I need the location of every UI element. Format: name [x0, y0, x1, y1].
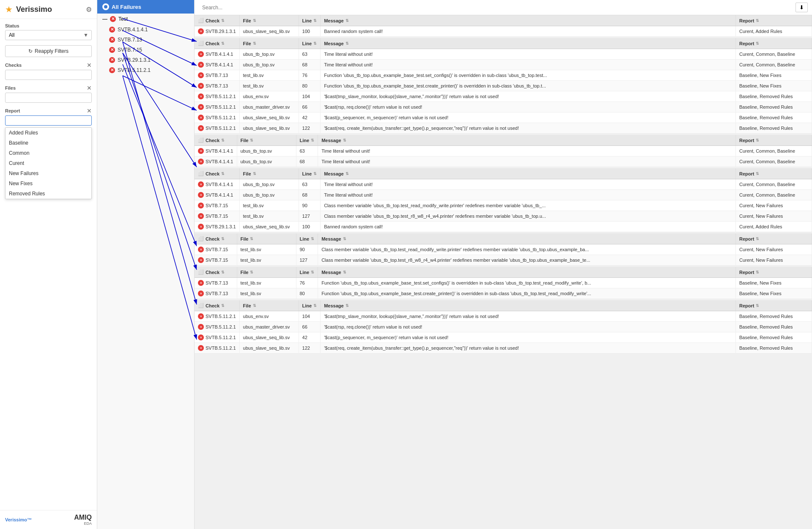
table-row[interactable]: SVTB.5.11.2.1 ubus_env.sv 104 '$cast(tmp… [195, 311, 812, 322]
download-button[interactable]: ⬇ [796, 3, 808, 12]
col-header-check[interactable]: ⬜ Check ⇅ [195, 38, 239, 49]
table-row[interactable]: SVTB.4.1.4.1 ubus_tb_top.sv 68 Time lite… [195, 190, 812, 200]
report-option-new-fixes[interactable]: New Fixes [5, 178, 91, 189]
tree-leaf-svtb29131[interactable]: ✕ SVTB.29.1.3.1 [97, 55, 194, 65]
col-header-file[interactable]: File ⇅ [237, 267, 296, 278]
table-row[interactable]: SVTB.7.15 test_lib.sv 90 Class member va… [195, 200, 812, 211]
table-row[interactable]: SVTB.7.13 test_lib.sv 76 Function 'ubus_… [195, 70, 812, 81]
table-row[interactable]: SVTB.5.11.2.1 ubus_master_driver.sv 66 '… [195, 102, 812, 112]
table-row[interactable]: SVTB.4.1.4.1 ubus_tb_top.sv 63 Time lite… [195, 179, 812, 190]
cell-report: Baseline, Removed Rules [736, 332, 812, 343]
table-row[interactable]: SVTB.5.11.2.1 ubus_slave_seq_lib.sv 122 … [195, 343, 812, 354]
status-select[interactable]: All Pass Fail [5, 30, 92, 40]
col-header-file[interactable]: File ⇅ [239, 15, 299, 26]
tree-leaf-svtb5112[interactable]: ✕ SVTB.5.11.2.1 [97, 65, 194, 75]
tree-all-failures[interactable]: All Failures [97, 0, 194, 14]
tree-leaf-svtb715[interactable]: ✕ SVTB.7.15 [97, 45, 194, 55]
table-row[interactable]: SVTB.5.11.2.1 ubus_slave_seq_lib.sv 42 '… [195, 112, 812, 123]
col-header-message[interactable]: Message ⇅ [318, 135, 736, 146]
col-header-line[interactable]: Line ⇅ [299, 38, 321, 49]
cell-message: '$cast(tmp_slave_monitor, lookup({slave_… [321, 311, 736, 322]
table-row[interactable]: SVTB.5.11.2.1 ubus_master_driver.sv 66 '… [195, 322, 812, 332]
checks-clear-icon[interactable]: ✕ [87, 62, 92, 68]
tree-leaf-svtb4141[interactable]: ✕ SVTB.4.1.4.1 [97, 25, 194, 35]
table-row[interactable]: SVTB.5.11.2.1 ubus_slave_seq_lib.sv 122 … [195, 123, 812, 134]
table-row[interactable]: SVTB.4.1.4.1 ubus_tb_top.sv 68 Time lite… [195, 156, 812, 167]
sort-icon: ⇅ [253, 19, 256, 23]
col-header-message[interactable]: Message ⇅ [321, 300, 736, 311]
tables-container[interactable]: ⬜ Check ⇅ File ⇅ Line ⇅ Message ⇅ Report… [195, 15, 812, 529]
cell-line: 122 [299, 123, 321, 134]
col-header-check[interactable]: ⬜ Check ⇅ [195, 300, 239, 311]
cell-line: 68 [296, 156, 318, 167]
footer-brand: Verissimo™ [5, 517, 32, 522]
report-clear-icon[interactable]: ✕ [87, 108, 92, 114]
col-header-report[interactable]: Report ⇅ [736, 135, 812, 146]
col-header-report[interactable]: Report ⇅ [736, 15, 812, 26]
files-input[interactable] [5, 93, 92, 103]
cell-line: 80 [299, 81, 321, 91]
checks-input[interactable] [5, 70, 92, 80]
col-header-message[interactable]: Message ⇅ [318, 233, 736, 244]
download-icon: ⬇ [799, 4, 804, 11]
report-option-new-failures[interactable]: New Failures [5, 168, 91, 178]
col-header-file[interactable]: File ⇅ [239, 38, 299, 49]
col-header-check[interactable]: ⬜ Check ⇅ [195, 15, 239, 26]
col-header-line[interactable]: Line ⇅ [296, 267, 318, 278]
table-row[interactable]: SVTB.7.13 test_lib.sv 80 Function 'ubus_… [195, 288, 812, 299]
sort-icon: ⇅ [221, 19, 225, 23]
cell-file: test_lib.sv [239, 211, 299, 222]
tree-leaf-svtb713[interactable]: ✕ SVTB.7.13 [97, 35, 194, 45]
table-row[interactable]: SVTB.4.1.4.1 ubus_tb_top.sv 63 Time lite… [195, 146, 812, 156]
table-row[interactable]: SVTB.5.11.2.1 ubus_env.sv 104 '$cast(tmp… [195, 91, 812, 102]
table-row[interactable]: SVTB.29.1.3.1 ubus_slave_seq_lib.sv 100 … [195, 222, 812, 232]
col-header-check[interactable]: ⬜ Check ⇅ [195, 168, 239, 179]
col-header-file[interactable]: File ⇅ [239, 300, 299, 311]
col-header-report[interactable]: Report ⇅ [736, 38, 812, 49]
report-option-curent[interactable]: Curent [5, 158, 91, 168]
col-header-report[interactable]: Report ⇅ [736, 267, 812, 278]
col-header-line[interactable]: Line ⇅ [299, 168, 321, 179]
table-row[interactable]: SVTB.7.13 test_lib.sv 80 Function 'ubus_… [195, 81, 812, 91]
settings-icon[interactable]: ⚙ [86, 5, 92, 14]
col-header-report[interactable]: Report ⇅ [736, 168, 812, 179]
report-option-removed-rules[interactable]: Removed Rules [5, 189, 91, 199]
col-header-check[interactable]: ⬜ Check ⇅ [195, 135, 237, 146]
col-header-line[interactable]: Line ⇅ [296, 135, 318, 146]
table-row[interactable]: SVTB.4.1.4.1 ubus_tb_top.sv 68 Time lite… [195, 60, 812, 70]
col-header-line[interactable]: Line ⇅ [299, 15, 321, 26]
col-header-message[interactable]: Message ⇅ [318, 267, 736, 278]
report-input[interactable] [5, 115, 92, 126]
report-option-baseline[interactable]: Baseline [5, 138, 91, 148]
search-input[interactable] [199, 3, 796, 12]
data-table-2: ⬜ Check ⇅ File ⇅ Line ⇅ Message ⇅ Report… [195, 38, 812, 134]
table-row[interactable]: SVTB.4.1.4.1 ubus_tb_top.sv 63 Time lite… [195, 49, 812, 60]
col-header-line[interactable]: Line ⇅ [296, 233, 318, 244]
report-option-added-rules[interactable]: Added Rules [5, 128, 91, 138]
col-header-check[interactable]: ⬜ Check ⇅ [195, 233, 237, 244]
col-header-file[interactable]: File ⇅ [239, 168, 299, 179]
table-row[interactable]: SVTB.7.15 test_lib.sv 127 Class member v… [195, 211, 812, 222]
table-row[interactable]: SVTB.7.15 test_lib.sv 127 Class member v… [195, 255, 812, 266]
table-row[interactable]: SVTB.5.11.2.1 ubus_slave_seq_lib.sv 42 '… [195, 332, 812, 343]
cell-report: Curent, Common, Baseline [736, 190, 812, 200]
col-header-line[interactable]: Line ⇅ [299, 300, 321, 311]
table-row[interactable]: SVTB.7.15 test_lib.sv 90 Class member va… [195, 244, 812, 255]
tree-group-test-header[interactable]: — ✕ Test [97, 14, 194, 25]
col-header-message[interactable]: Message ⇅ [321, 168, 736, 179]
report-option-common[interactable]: Common [5, 148, 91, 158]
cell-file: test_lib.sv [239, 81, 299, 91]
table-row[interactable]: SVTB.29.1.3.1 ubus_slave_seq_lib.sv 100 … [195, 26, 812, 37]
col-header-file[interactable]: File ⇅ [237, 233, 296, 244]
cell-file: ubus_tb_top.sv [239, 60, 299, 70]
col-header-message[interactable]: Message ⇅ [321, 38, 736, 49]
reapply-filters-button[interactable]: ↻ Reapply Filters [5, 45, 92, 57]
files-clear-icon[interactable]: ✕ [87, 85, 92, 91]
col-header-report[interactable]: Report ⇅ [736, 300, 812, 311]
col-header-report[interactable]: Report ⇅ [736, 233, 812, 244]
col-header-check[interactable]: ⬜ Check ⇅ [195, 267, 237, 278]
col-header-message[interactable]: Message ⇅ [321, 15, 736, 26]
cell-file: test_lib.sv [237, 278, 296, 288]
table-row[interactable]: SVTB.7.13 test_lib.sv 76 Function 'ubus_… [195, 278, 812, 288]
col-header-file[interactable]: File ⇅ [237, 135, 296, 146]
